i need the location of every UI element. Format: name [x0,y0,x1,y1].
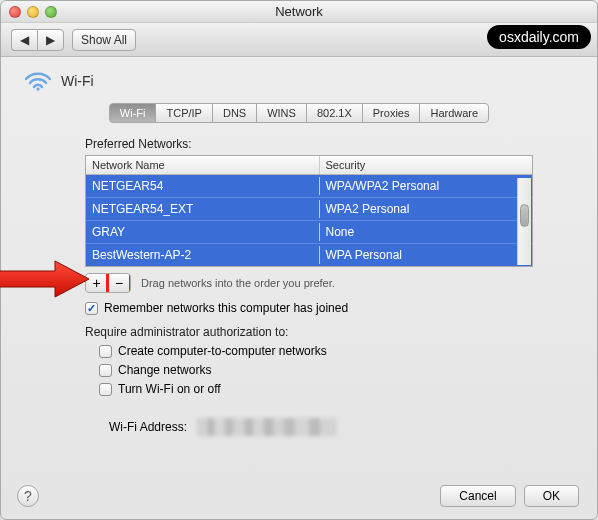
tabs: Wi-Fi TCP/IP DNS WINS 802.1X Proxies Har… [15,103,583,123]
cell-name: GRAY [86,223,320,241]
add-remove-control: + − [85,273,131,293]
opt-change-checkbox[interactable] [99,364,112,377]
add-button[interactable]: + [86,274,108,292]
preferred-networks-section: Preferred Networks: Network Name Securit… [15,129,583,444]
footer-buttons: Cancel OK [440,485,579,507]
nav-arrows: ◀ ▶ [11,29,64,51]
help-button[interactable]: ? [17,485,39,507]
remove-button[interactable]: − [108,274,130,292]
tab-dns[interactable]: DNS [212,103,257,123]
cell-security: WPA2 Personal [320,200,532,218]
scrollbar-thumb[interactable] [520,204,529,227]
table-header: Network Name Security [86,156,532,175]
tab-tcpip[interactable]: TCP/IP [155,103,212,123]
opt-change-label: Change networks [118,363,211,377]
tab-wifi[interactable]: Wi-Fi [109,103,157,123]
show-all-button[interactable]: Show All [72,29,136,51]
table-row[interactable]: NETGEAR54 WPA/WPA2 Personal [86,175,532,198]
toolbar: ◀ ▶ Show All osxdaily.com [1,23,597,57]
remember-checkbox[interactable] [85,302,98,315]
forward-button[interactable]: ▶ [37,29,64,51]
add-remove-row: + − Drag networks into the order you pre… [85,273,533,293]
cell-security: WPA Personal [320,246,532,264]
cell-name: NETGEAR54 [86,177,320,195]
cell-name: BestWestern-AP-2 [86,246,320,264]
page-title: Wi-Fi [61,73,94,89]
opt-turn-label: Turn Wi-Fi on or off [118,382,221,396]
tab-hardware[interactable]: Hardware [419,103,489,123]
wifi-address-row: Wi-Fi Address: [109,418,533,436]
table-rows: NETGEAR54 WPA/WPA2 Personal NETGEAR54_EX… [86,175,532,266]
cancel-button[interactable]: Cancel [440,485,515,507]
svg-point-0 [36,87,39,90]
wifi-address-value [197,418,337,436]
tab-8021x[interactable]: 802.1X [306,103,363,123]
header-row: Wi-Fi [15,67,583,101]
col-security[interactable]: Security [320,156,532,174]
remember-label: Remember networks this computer has join… [104,301,348,315]
cell-security: WPA/WPA2 Personal [320,177,532,195]
require-label: Require administrator authorization to: [85,325,533,339]
opt-create-label: Create computer-to-computer networks [118,344,327,358]
tab-wins[interactable]: WINS [256,103,307,123]
preferred-networks-label: Preferred Networks: [85,137,533,151]
col-network-name[interactable]: Network Name [86,156,320,174]
wifi-address-label: Wi-Fi Address: [109,420,187,434]
cell-security: None [320,223,532,241]
wifi-icon [25,71,51,91]
table-row[interactable]: GRAY None [86,221,532,244]
networks-table: Network Name Security NETGEAR54 WPA/WPA2… [85,155,533,267]
table-row[interactable]: NETGEAR54_EXT WPA2 Personal [86,198,532,221]
remember-row: Remember networks this computer has join… [85,301,533,315]
opt-turn-checkbox[interactable] [99,383,112,396]
window-title: Network [1,4,597,19]
watermark: osxdaily.com [487,25,591,49]
opt-create-row: Create computer-to-computer networks [99,344,533,358]
tab-proxies[interactable]: Proxies [362,103,421,123]
scrollbar[interactable] [517,178,531,265]
back-button[interactable]: ◀ [11,29,37,51]
opt-create-checkbox[interactable] [99,345,112,358]
ok-button[interactable]: OK [524,485,579,507]
titlebar: Network [1,1,597,23]
help-icon: ? [24,488,32,504]
drag-hint: Drag networks into the order you prefer. [141,277,335,289]
content: Wi-Fi Wi-Fi TCP/IP DNS WINS 802.1X Proxi… [1,57,597,519]
network-prefs-window: Network ◀ ▶ Show All osxdaily.com Wi-Fi … [0,0,598,520]
opt-change-row: Change networks [99,363,533,377]
opt-turn-row: Turn Wi-Fi on or off [99,382,533,396]
cell-name: NETGEAR54_EXT [86,200,320,218]
table-row[interactable]: BestWestern-AP-2 WPA Personal [86,244,532,266]
